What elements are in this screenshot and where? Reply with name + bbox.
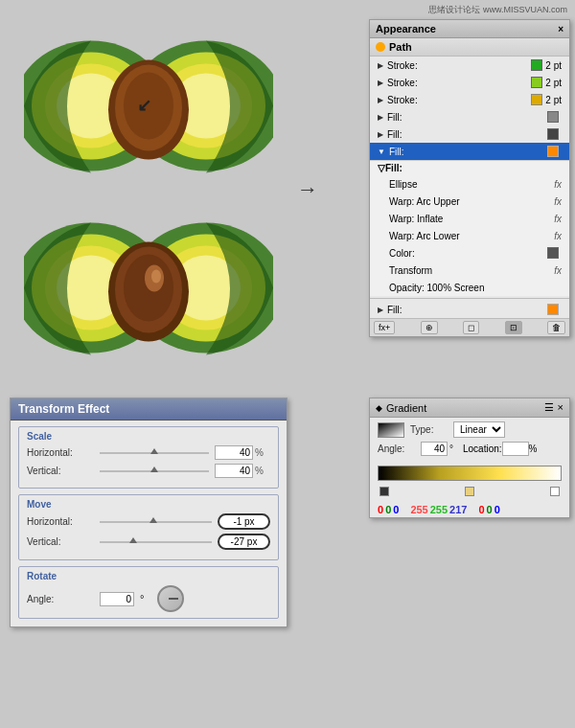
gradient-menu-icon[interactable]: ☰	[544, 401, 554, 414]
fill-warp-arc-lower-row[interactable]: Warp: Arc Lower fx	[370, 227, 569, 244]
transform-titlebar: Transform Effect	[11, 398, 287, 421]
move-h-label: Horizontal:	[27, 516, 94, 527]
fill-warp-arc-upper-row[interactable]: Warp: Arc Upper fx	[370, 193, 569, 210]
clear-button[interactable]: ⊡	[505, 321, 522, 334]
fill-swatch-1	[547, 111, 559, 123]
scale-h-slider[interactable]	[100, 452, 209, 454]
move-v-input[interactable]	[218, 534, 270, 550]
move-v-slider[interactable]	[100, 541, 212, 543]
transform-effect-panel: Transform Effect Scale Horizontal: % Ver…	[10, 398, 288, 627]
appearance-close-icon[interactable]: ×	[558, 24, 564, 34]
r2-label: 255	[410, 504, 427, 515]
scale-v-slider[interactable]	[100, 470, 209, 472]
fill-swatch-2	[547, 128, 559, 140]
rotate-row: Angle: °	[27, 585, 270, 612]
rotate-label: Rotate	[27, 571, 270, 581]
rotate-section: Rotate Angle: °	[18, 566, 279, 619]
gradient-bar[interactable]	[378, 466, 562, 481]
fill-row-3-selected[interactable]: ▼ Fill:	[370, 143, 569, 160]
move-vertical-row: Vertical:	[27, 534, 270, 550]
scale-horizontal-row: Horizontal: %	[27, 445, 270, 460]
move-h-slider[interactable]	[100, 521, 212, 523]
scale-h-unit: %	[255, 447, 270, 458]
move-label: Move	[27, 499, 270, 510]
transform-title: Transform Effect	[18, 402, 109, 416]
gradient-titlebar: ◆ Gradient ☰ ×	[370, 398, 569, 418]
fill-expanded-section: ▽Fill: Ellipse fx Warp: Arc Upper fx War…	[370, 160, 569, 296]
fill-warp-inflate-row[interactable]: Warp: Inflate fx	[370, 210, 569, 227]
angle-label-g: Angle:	[378, 444, 421, 454]
g1-label: 0	[385, 504, 391, 515]
rotate-dial[interactable]	[157, 585, 184, 612]
gradient-location-input[interactable]	[502, 442, 529, 456]
scale-h-input[interactable]	[215, 445, 253, 460]
expand-icon-5: ▶	[378, 130, 383, 139]
gradient-close-icon[interactable]: ×	[558, 401, 564, 414]
type-label: Type:	[410, 424, 453, 435]
appearance-titlebar: Appearance ×	[370, 20, 569, 38]
stroke-swatch-3	[531, 94, 542, 105]
gradient-stop-left[interactable]	[380, 487, 389, 496]
appearance-panel: Appearance × Path ▶ Stroke: 2 pt ▶ Strok…	[369, 19, 570, 337]
bottom-fill-swatch	[547, 304, 559, 315]
expand-icon-2: ▶	[378, 79, 383, 87]
svg-point-24	[151, 270, 161, 284]
delete-button[interactable]: 🗑	[547, 321, 565, 334]
path-icon	[376, 42, 385, 52]
gradient-stop-right[interactable]	[550, 487, 560, 496]
path-label: Path	[389, 41, 412, 53]
gradient-stop-mid[interactable]	[465, 487, 474, 496]
stroke-swatch-2	[531, 77, 542, 88]
gradient-bar-container	[370, 464, 569, 502]
scale-v-label: Vertical:	[27, 466, 94, 476]
g2-label: 255	[430, 504, 448, 515]
move-h-input[interactable]	[218, 513, 270, 530]
path-header: Path	[370, 38, 569, 57]
location-unit: %	[529, 444, 538, 454]
avocado-bottom-image	[24, 211, 273, 364]
b1-label: 0	[393, 504, 399, 515]
gradient-diamond-icon: ◆	[376, 403, 382, 413]
stroke-row-1[interactable]: ▶ Stroke: 2 pt	[370, 57, 569, 74]
svg-text:↙: ↙	[137, 96, 151, 115]
r1-label: 0	[378, 504, 383, 515]
fill-swatch-3	[547, 146, 559, 157]
fill-row-2[interactable]: ▶ Fill:	[370, 125, 569, 143]
scale-h-label: Horizontal:	[27, 447, 94, 458]
move-v-label: Vertical:	[27, 536, 94, 547]
b2-label: 217	[449, 504, 467, 515]
expand-icon-1: ▶	[378, 61, 383, 70]
scale-v-input[interactable]	[215, 464, 253, 478]
expand-icon-3: ▶	[378, 96, 383, 104]
angle-input[interactable]	[100, 592, 134, 606]
avocado-top-image: ↙	[24, 29, 273, 182]
avocado-images-panel: ↙	[14, 19, 302, 383]
gradient-controls: Type: Linear Angle: ° Location: %	[370, 418, 569, 464]
move-section: Move Horizontal: Vertical:	[18, 494, 279, 560]
fill-row-1[interactable]: ▶ Fill:	[370, 108, 569, 125]
bottom-fill-row[interactable]: ▶ Fill:	[370, 301, 569, 318]
watermark: 思绪设计论坛 www.MISSVUAN.com	[428, 4, 567, 16]
angle-label: Angle:	[27, 594, 94, 604]
expand-icon-4: ▶	[378, 113, 383, 122]
stroke-row-2[interactable]: ▶ Stroke: 2 pt	[370, 74, 569, 91]
b3-label: 0	[494, 504, 500, 515]
fill-transform-row[interactable]: Transform fx	[370, 262, 569, 279]
degree-icon: °	[449, 444, 453, 454]
gradient-thumbnail	[378, 422, 404, 438]
gradient-type-select[interactable]: Linear	[453, 421, 505, 438]
fill-color-row[interactable]: Color:	[370, 244, 569, 262]
new-art-button[interactable]: ◻	[463, 321, 479, 334]
gradient-panel: ◆ Gradient ☰ × Type: Linear Angle: ° Loc…	[369, 398, 570, 518]
gradient-angle-input[interactable]	[421, 442, 448, 456]
gradient-type-row: Type: Linear	[378, 421, 562, 438]
gradient-angle-row: Angle: ° Location: %	[378, 442, 562, 456]
add-effect-button[interactable]: fx+	[374, 321, 395, 334]
g3-label: 0	[487, 504, 493, 515]
appearance-title: Appearance	[376, 23, 436, 34]
gradient-title-left: ◆ Gradient	[376, 402, 426, 414]
stroke-row-3[interactable]: ▶ Stroke: 2 pt	[370, 91, 569, 108]
fill-ellipse-row[interactable]: Ellipse fx	[370, 175, 569, 193]
color-values-row: 0 0 0 255 255 217 0 0 0	[370, 502, 569, 517]
duplicate-button[interactable]: ⊕	[421, 321, 438, 334]
